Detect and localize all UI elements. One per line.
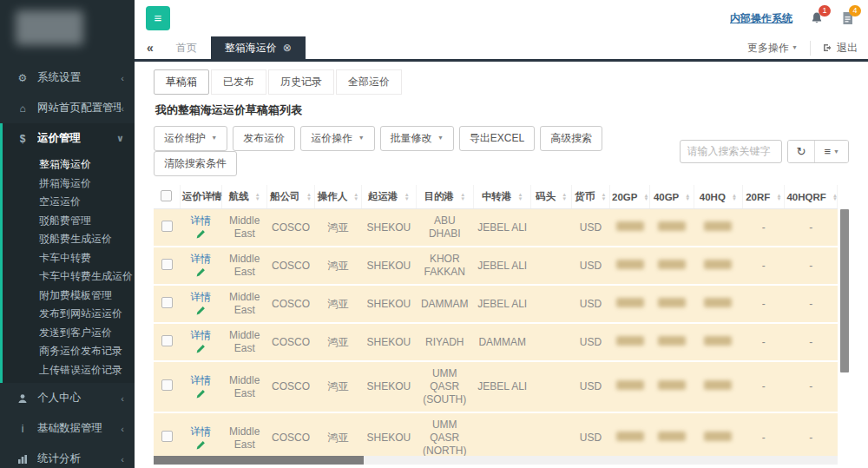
submenu-item-上传错误运价记录[interactable]: 上传错误运价记录	[3, 361, 135, 380]
vertical-scrollbar[interactable]	[840, 209, 849, 372]
detail-link[interactable]: 详情	[182, 253, 219, 266]
column-header-via[interactable]: 中转港 ▲▼	[474, 185, 531, 209]
sort-icon[interactable]: ▲▼	[602, 193, 607, 201]
submenu-item-驳船费管理[interactable]: 驳船费管理	[3, 212, 135, 231]
row-checkbox[interactable]	[161, 379, 173, 391]
more-actions-button[interactable]: 更多操作▼	[735, 41, 810, 56]
refresh-button[interactable]: ↻	[788, 141, 815, 162]
cell-gp40	[650, 323, 694, 361]
sort-icon[interactable]: ▲▼	[255, 193, 260, 201]
cell-carrier: COSCO	[267, 247, 314, 285]
submenu-item-驳船费生成运价[interactable]: 驳船费生成运价	[3, 230, 135, 249]
sort-icon[interactable]: ▲▼	[562, 193, 567, 201]
table-row: 详情Middle EastCOSCO鸿亚SHEKOUUMM QASR (SOUT…	[154, 361, 838, 412]
sidebar-item-统计分析[interactable]: 统计分析‹	[0, 444, 135, 468]
sort-icon[interactable]: ▲▼	[643, 194, 648, 201]
subtab-全部运价[interactable]: 全部运价	[336, 69, 402, 95]
submenu-item-空运运价[interactable]: 空运运价	[3, 193, 135, 212]
column-header-gp40[interactable]: 40GP ▲▼	[650, 185, 694, 209]
submenu-item-发送到客户运价[interactable]: 发送到客户运价	[3, 324, 135, 343]
tab-close-icon[interactable]: ⊗	[283, 42, 292, 54]
submenu-item-附加费模板管理[interactable]: 附加费模板管理	[3, 287, 135, 306]
cell-operator: 鸿亚	[314, 285, 361, 323]
column-header-pol[interactable]: 起运港 ▲▼	[362, 185, 416, 209]
column-header-hqrf40[interactable]: 40HQRF ▲▼	[785, 185, 838, 209]
sidebar-item-label: 运价管理	[37, 131, 116, 146]
sidebar-item-运价管理[interactable]: $运价管理∨	[3, 123, 135, 154]
toolbar-button-运价操作[interactable]: 运价操作 ▼	[300, 126, 374, 151]
redacted-price	[704, 298, 732, 307]
toolbar-button-发布运价[interactable]: 发布运价	[233, 126, 295, 151]
column-header-terminal[interactable]: 码头 ▲▼	[531, 185, 571, 209]
column-header-carrier[interactable]: 船公司 ▲▼	[267, 185, 314, 209]
submenu-item-商务运价发布记录[interactable]: 商务运价发布记录	[3, 342, 135, 361]
sidebar-item-label: 系统设置	[37, 70, 121, 85]
pencil-icon	[195, 267, 207, 278]
sidebar-item-个人中心[interactable]: 个人中心‹	[0, 383, 135, 413]
column-header-route[interactable]: 航线 ▲▼	[222, 185, 267, 209]
sidebar-item-系统设置[interactable]: ⚙系统设置‹	[0, 63, 135, 93]
column-header-hq40[interactable]: 40HQ ▲▼	[694, 185, 742, 209]
row-checkbox[interactable]	[161, 221, 173, 232]
subtab-已发布[interactable]: 已发布	[211, 69, 266, 95]
sort-icon[interactable]: ▲▼	[776, 194, 781, 201]
horizontal-scrollbar-track[interactable]	[154, 456, 838, 465]
sidebar-item-网站首页配置管理[interactable]: ⌂网站首页配置管理‹	[0, 93, 135, 123]
sidebar-item-基础数据管理[interactable]: i基础数据管理‹	[0, 413, 135, 444]
column-header-gp20[interactable]: 20GP ▲▼	[610, 185, 650, 209]
sort-icon[interactable]: ▲▼	[460, 193, 465, 201]
column-header-rf20[interactable]: 20RF ▲▼	[743, 185, 785, 209]
subtab-历史记录[interactable]: 历史记录	[268, 69, 334, 95]
sort-icon[interactable]: ▲▼	[518, 193, 523, 201]
sort-icon[interactable]: ▲▼	[832, 194, 838, 201]
columns-toggle-button[interactable]: ≡▼	[814, 141, 848, 162]
row-checkbox[interactable]	[161, 259, 173, 270]
sort-icon[interactable]: ▲▼	[306, 193, 312, 201]
subtab-草稿箱[interactable]: 草稿箱	[154, 69, 209, 95]
bell-icon[interactable]: 1	[810, 11, 824, 25]
submenu-item-卡车中转费生成运价[interactable]: 卡车中转费生成运价	[3, 267, 135, 287]
redacted-price	[616, 380, 644, 390]
tabs-collapse-icon[interactable]: «	[147, 41, 154, 55]
hamburger-menu-button[interactable]: ≡	[146, 6, 170, 30]
toolbar-button-运价维护[interactable]: 运价维护 ▼	[154, 126, 227, 151]
column-header-operator[interactable]: 操作人 ▲▼	[314, 185, 361, 209]
cell-rf20: -	[743, 209, 785, 247]
row-checkbox[interactable]	[161, 297, 173, 308]
sort-icon[interactable]: ▲▼	[404, 193, 410, 201]
cell-route: Middle East	[222, 285, 267, 323]
row-checkbox[interactable]	[161, 335, 173, 346]
toolbar-button-导出EXCEL[interactable]: 导出EXCEL	[459, 126, 535, 151]
toolbar-button-高级搜索[interactable]: 高级搜索	[540, 126, 602, 151]
detail-link[interactable]: 详情	[182, 214, 219, 227]
select-all-checkbox[interactable]	[161, 190, 172, 201]
tasks-icon[interactable]: 4	[841, 11, 854, 25]
toolbar-button-批量修改[interactable]: 批量修改 ▼	[380, 126, 454, 151]
horizontal-scrollbar-thumb[interactable]	[154, 456, 364, 465]
search-input[interactable]	[680, 140, 782, 163]
detail-link[interactable]: 详情	[182, 329, 219, 342]
redacted-price	[658, 221, 686, 231]
cell-rf20: -	[743, 323, 785, 361]
column-header-currency[interactable]: 货币 ▲▼	[571, 185, 609, 209]
submenu-item-整箱海运价[interactable]: 整箱海运价	[3, 155, 135, 175]
internal-system-link[interactable]: 内部操作系统	[730, 11, 792, 26]
sort-icon[interactable]: ▲▼	[685, 194, 690, 201]
tab-home[interactable]: 首页	[162, 36, 211, 59]
toolbar-button-清除搜索条件[interactable]: 清除搜索条件	[154, 151, 237, 176]
submenu-item-发布到网站运运价[interactable]: 发布到网站运运价	[3, 305, 135, 324]
cell-via	[474, 412, 531, 456]
detail-link[interactable]: 详情	[182, 425, 219, 438]
sort-icon[interactable]: ▲▼	[732, 194, 737, 201]
submenu-item-卡车中转费[interactable]: 卡车中转费	[3, 249, 135, 268]
row-checkbox[interactable]	[161, 431, 173, 442]
column-header-pod[interactable]: 目的港 ▲▼	[416, 185, 473, 209]
detail-link[interactable]: 详情	[182, 291, 219, 304]
tab-fcl-sea-rate[interactable]: 整箱海运价 ⊗	[211, 36, 306, 59]
submenu-item-拼箱海运价[interactable]: 拼箱海运价	[3, 175, 135, 194]
sort-icon[interactable]: ▲▼	[353, 193, 358, 201]
logout-button[interactable]: 退出	[810, 41, 863, 56]
cell-hqrf40: -	[785, 361, 838, 412]
detail-link[interactable]: 详情	[182, 374, 219, 387]
redacted-price	[704, 336, 732, 346]
